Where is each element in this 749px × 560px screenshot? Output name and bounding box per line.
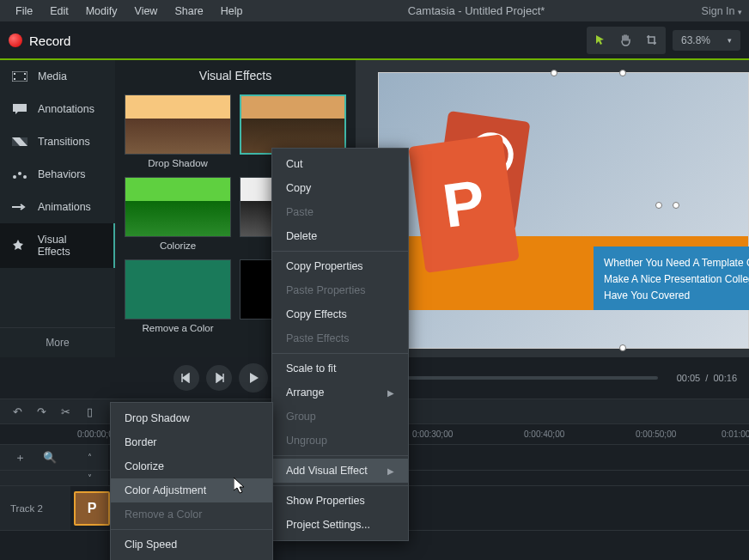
context-item-show-properties[interactable]: Show Properties — [272, 489, 408, 513]
canvas[interactable]: Whether You Need A Template Or Want To M… — [378, 72, 749, 349]
context-item-paste-properties: Paste Properties — [272, 278, 408, 302]
rotate-handle[interactable] — [619, 70, 626, 76]
cut-icon[interactable]: ✂ — [58, 405, 72, 418]
svg-rect-3 — [24, 73, 26, 75]
pan-tool-icon[interactable] — [614, 28, 638, 52]
transitions-icon — [12, 136, 27, 148]
resize-handle[interactable] — [673, 202, 679, 209]
context-item-colorize[interactable]: Colorize — [111, 454, 272, 478]
menubar: File Edit Modify View Share Help Camtasi… — [0, 0, 749, 22]
redo-icon[interactable]: ↷ — [34, 405, 48, 418]
sidebar-item-annotations[interactable]: Annotations — [0, 93, 115, 125]
effect-drop-shadow[interactable]: Drop Shadow — [124, 94, 232, 168]
effects-panel-title: Visual Effects — [115, 60, 356, 91]
record-icon — [9, 33, 22, 47]
split-icon[interactable]: ▯ — [82, 405, 96, 418]
svg-rect-1 — [14, 73, 15, 75]
svg-rect-2 — [14, 78, 15, 80]
expand-up-icon[interactable]: ˄ — [88, 453, 92, 462]
svg-point-8 — [23, 175, 27, 179]
resize-handle[interactable] — [551, 70, 557, 76]
powerpoint-icon: P — [413, 116, 542, 262]
play-button[interactable] — [239, 363, 268, 393]
context-menu: CutCopyPasteDeleteCopy PropertiesPaste P… — [271, 148, 409, 541]
context-item-copy-properties[interactable]: Copy Properties — [272, 254, 408, 278]
svg-point-7 — [18, 172, 21, 175]
context-item-cut[interactable]: Cut — [272, 152, 408, 176]
undo-icon[interactable]: ↶ — [10, 405, 24, 418]
menu-view[interactable]: View — [126, 2, 167, 21]
context-item-remove-a-color: Remove a Color — [111, 502, 272, 527]
menu-edit[interactable]: Edit — [41, 2, 77, 21]
select-tool-icon[interactable] — [588, 28, 612, 52]
menu-file[interactable]: File — [7, 2, 41, 21]
crop-tool-icon[interactable] — [640, 28, 664, 52]
sidebar-item-animations[interactable]: Animations — [0, 191, 115, 223]
toolbar: Record 63.8%▾ — [0, 22, 749, 60]
context-item-project-settings-[interactable]: Project Settings... — [272, 513, 408, 537]
slide-text-box: Whether You Need A Template Or Want To M… — [594, 247, 749, 310]
context-item-drop-shadow[interactable]: Drop Shadow — [111, 406, 272, 430]
canvas-tools — [587, 27, 666, 54]
expand-down-icon[interactable]: ˅ — [88, 473, 92, 483]
svg-rect-4 — [24, 78, 26, 80]
context-item-paste: Paste — [272, 200, 408, 224]
sidebar-more[interactable]: More — [0, 327, 115, 357]
resize-handle[interactable] — [619, 344, 626, 351]
context-submenu: Drop ShadowBorderColorizeColor Adjustmen… — [110, 402, 273, 560]
sidebar-item-media[interactable]: Media — [0, 60, 115, 93]
effect-remove-color[interactable]: Remove a Color — [124, 259, 232, 333]
record-button[interactable]: Record — [9, 33, 70, 48]
context-item-delete[interactable]: Delete — [272, 224, 408, 248]
context-item-group: Group — [272, 405, 408, 429]
sidebar-item-behaviors[interactable]: Behaviors — [0, 158, 115, 191]
sidebar: Media Annotations Transitions Behaviors … — [0, 60, 115, 357]
svg-rect-0 — [12, 71, 27, 82]
context-item-scale-to-fit[interactable]: Scale to fit — [272, 356, 408, 380]
context-item-copy-effects[interactable]: Copy Effects — [272, 302, 408, 326]
context-item-paste-effects: Paste Effects — [272, 326, 408, 350]
behaviors-icon — [12, 168, 27, 180]
media-icon — [12, 70, 27, 82]
annotations-icon — [12, 103, 27, 115]
add-track-icon[interactable]: ＋ — [15, 450, 26, 466]
context-item-add-visual-effect[interactable]: Add Visual Effect▶ — [272, 459, 408, 483]
track-label[interactable]: Track 2 — [0, 486, 70, 530]
prev-frame-button[interactable] — [174, 365, 199, 391]
visual-effects-icon — [12, 240, 27, 252]
resize-handle[interactable] — [655, 202, 662, 209]
next-frame-button[interactable] — [206, 365, 232, 391]
zoom-track-icon[interactable]: 🔍 — [43, 451, 57, 464]
animations-icon — [12, 201, 27, 213]
context-item-clip-speed[interactable]: Clip Speed — [111, 533, 272, 557]
menu-modify[interactable]: Modify — [77, 2, 126, 21]
canvas-area[interactable]: Whether You Need A Template Or Want To M… — [356, 60, 749, 357]
context-item-color-adjustment[interactable]: Color Adjustment — [111, 478, 272, 502]
window-title: Camtasia - Untitled Project* — [251, 4, 701, 17]
zoom-dropdown[interactable]: 63.8%▾ — [673, 30, 740, 51]
svg-point-6 — [13, 175, 16, 179]
effect-colorize[interactable]: Colorize — [124, 177, 232, 251]
menu-help[interactable]: Help — [212, 2, 252, 21]
menu-share[interactable]: Share — [166, 2, 211, 21]
sidebar-item-transitions[interactable]: Transitions — [0, 125, 115, 158]
context-item-interactive-hotspot[interactable]: Interactive Hotspot — [111, 557, 272, 560]
time-display: 00:05 / 00:16 — [677, 373, 737, 383]
context-item-border[interactable]: Border — [111, 430, 272, 454]
context-item-arrange[interactable]: Arrange▶ — [272, 380, 408, 405]
sidebar-item-visual-effects[interactable]: Visual Effects — [0, 223, 115, 268]
sign-in-link[interactable]: Sign In ▾ — [702, 5, 742, 17]
context-item-copy[interactable]: Copy — [272, 176, 408, 200]
timeline-clip[interactable]: P — [74, 491, 110, 526]
context-item-ungroup: Ungroup — [272, 429, 408, 453]
